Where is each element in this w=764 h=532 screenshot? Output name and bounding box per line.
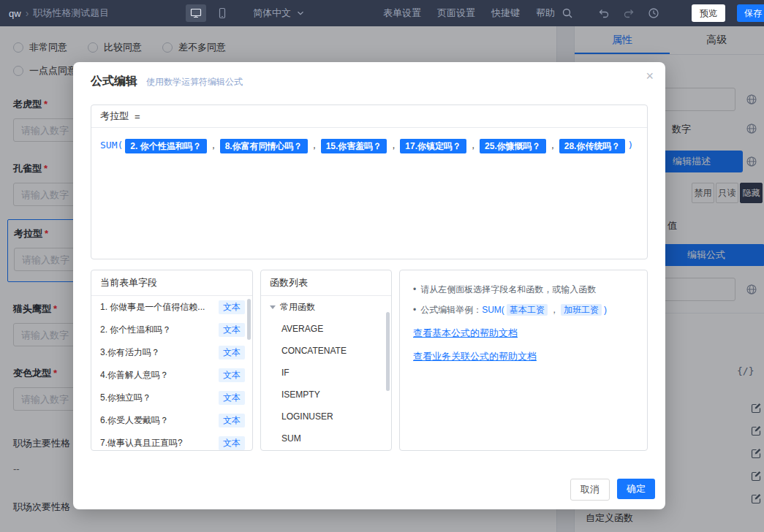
function-item[interactable]: ISEMPTY [261,384,391,406]
help-example: 公式编辑举例：SUM(基本工资，加班工资) [420,303,607,317]
example-function: SUM( [482,305,504,315]
menu-page-settings[interactable]: 页面设置 [437,7,475,20]
formula-function-close: ) [627,140,633,151]
history-clock-icon[interactable] [648,7,659,19]
function-item[interactable]: CONCATENATE [261,340,391,362]
chevron-down-icon [295,8,306,18]
preview-button[interactable]: 预览 [692,4,725,22]
formula-expression[interactable]: SUM(2. 你个性温和吗？，8.你富有同情心吗？，15.你害羞吗？，17.你镇… [91,128,647,163]
example-arg: 加班工资 [561,304,602,316]
search-icon [561,7,573,19]
field-item-label: 5.你独立吗？ [100,392,151,404]
field-item-label: 2. 你个性温和吗？ [100,324,171,336]
menu-form-settings[interactable]: 表单设置 [383,7,421,20]
functions-panel: 函数列表 常用函数 AVERAGE CONCATENATE IF ISEMPTY… [260,270,392,451]
list-item[interactable]: 3.你有活力吗？文本 [91,341,252,364]
help-tip-2: • 公式编辑举例：SUM(基本工资，加班工资) [413,303,634,317]
breadcrumb: qw › 职场性格测试题目 [9,0,109,26]
help-tip-text: 请从左侧面板选择字段名和函数，或输入函数 [420,282,596,297]
text-type-badge: 文本 [219,323,245,337]
equals-sign: = [135,111,140,122]
field-chip[interactable]: 25.你慷慨吗？ [480,139,546,153]
form-fields-panel: 当前表单字段 1. 你做事是一个值得信赖...文本 2. 你个性温和吗？文本 3… [91,270,253,451]
fields-list: 1. 你做事是一个值得信赖...文本 2. 你个性温和吗？文本 3.你有活力吗？… [91,296,252,451]
formula-editor-modal: 公式编辑 使用数学运算符编辑公式 × 考拉型 = SUM(2. 你个性温和吗？，… [73,62,665,509]
function-group[interactable]: 常用函数 [261,296,391,318]
function-item[interactable]: IF [261,362,391,384]
formula-separator: ， [548,140,557,151]
function-group-label: 常用函数 [280,301,315,314]
field-chip[interactable]: 8.你富有同情心吗？ [220,139,308,153]
help-panel-body: • 请从左侧面板选择字段名和函数，或输入函数 • 公式编辑举例：SUM(基本工资… [400,270,647,376]
function-item[interactable]: SUM [261,428,391,449]
search-button[interactable] [561,0,573,26]
bullet-icon: • [413,303,416,317]
formula-target-row: 考拉型 = [91,105,647,128]
text-type-badge: 文本 [219,391,245,405]
field-item-label: 1. 你做事是一个值得信赖... [100,301,205,314]
text-type-badge: 文本 [219,346,245,360]
close-icon[interactable]: × [646,69,654,83]
function-item[interactable]: LOGINUSER [261,406,391,428]
language-selector[interactable]: 简体中文 [253,0,306,26]
field-chip[interactable]: 2. 你个性温和吗？ [125,139,206,153]
text-type-badge: 文本 [219,414,245,428]
formula-separator: ， [209,140,218,151]
field-item-label: 6.你受人爱戴吗？ [100,414,169,427]
basic-formula-help-link[interactable]: 查看基本公式的帮助文档 [413,326,634,341]
undo-icon[interactable] [598,7,610,19]
menu-help[interactable]: 帮助 [536,7,555,20]
toolbar-menu: 表单设置 页面设置 快捷键 帮助 [383,0,555,26]
list-item[interactable]: 1. 你做事是一个值得信赖...文本 [91,296,252,319]
menu-shortcuts[interactable]: 快捷键 [491,7,520,20]
target-field-name: 考拉型 [100,110,129,123]
linked-formula-help-link[interactable]: 查看业务关联公式的帮助文档 [413,349,634,364]
formula-function-open: SUM( [100,140,123,151]
list-item[interactable]: 7.做事认真且正直吗?文本 [91,432,252,451]
scrollbar-thumb[interactable] [386,312,390,391]
collapse-triangle-icon [270,305,276,309]
modal-subtitle: 使用数学运算符编辑公式 [146,76,243,88]
field-chip[interactable]: 15.你害羞吗？ [321,139,387,153]
text-type-badge: 文本 [219,368,245,382]
list-item[interactable]: 4.你善解人意吗？文本 [91,364,252,387]
formula-separator: ， [389,140,398,151]
scrollbar-thumb[interactable] [247,299,251,340]
example-arg: 基本工资 [507,304,548,316]
functions-list: 常用函数 AVERAGE CONCATENATE IF ISEMPTY LOGI… [261,296,391,451]
top-toolbar: qw › 职场性格测试题目 简体中文 表单设置 页面设置 快捷键 帮助 预览 保… [0,0,764,26]
field-item-label: 7.做事认真且正直吗? [100,437,183,449]
text-type-badge: 文本 [219,300,245,314]
text-type-badge: 文本 [219,436,245,450]
field-chip[interactable]: 28.你传统吗？ [559,139,626,153]
desktop-view-button[interactable] [186,4,206,22]
redo-icon[interactable] [623,7,635,19]
field-item-label: 4.你善解人意吗？ [100,369,169,381]
mobile-view-button[interactable] [212,4,232,22]
breadcrumb-separator-icon: › [26,7,29,19]
phone-icon [216,7,228,19]
list-item[interactable]: 2. 你个性温和吗？文本 [91,319,252,341]
functions-panel-title: 函数列表 [261,270,391,296]
breadcrumb-page-title: 职场性格测试题目 [33,7,109,20]
formula-separator: ， [310,140,319,151]
language-label: 简体中文 [253,7,291,20]
list-item[interactable]: 5.你独立吗？文本 [91,387,252,409]
breadcrumb-root[interactable]: qw [9,8,21,19]
function-item[interactable]: AVERAGE [261,318,391,340]
help-panel: • 请从左侧面板选择字段名和函数，或输入函数 • 公式编辑举例：SUM(基本工资… [399,270,648,451]
cancel-button[interactable]: 取消 [570,479,610,501]
modal-title: 公式编辑 [91,74,137,89]
formula-editor-box[interactable]: 考拉型 = SUM(2. 你个性温和吗？，8.你富有同情心吗？，15.你害羞吗？… [91,104,648,259]
confirm-button[interactable]: 确定 [617,479,655,499]
formula-separator: ， [469,140,477,151]
save-button[interactable]: 保存 [737,4,764,22]
field-item-label: 3.你有活力吗？ [100,346,160,359]
field-chip[interactable]: 17.你镇定吗？ [400,139,466,153]
modal-footer: 取消 确定 [570,479,655,501]
monitor-icon [190,7,202,19]
list-item[interactable]: 6.你受人爱戴吗？文本 [91,409,252,432]
bullet-icon: • [413,282,416,297]
history-controls [598,0,659,26]
fields-panel-title: 当前表单字段 [91,270,252,296]
